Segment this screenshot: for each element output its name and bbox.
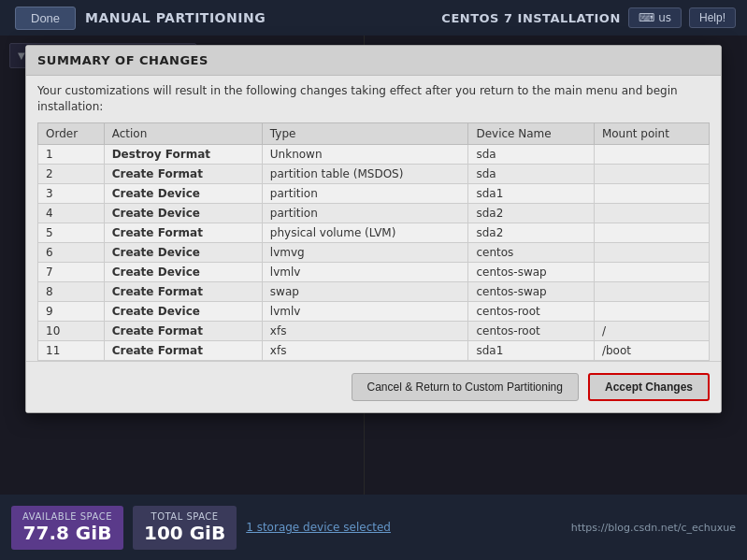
cell-action: Create Format [104, 281, 262, 301]
installation-title: CENTOS 7 INSTALLATION [441, 11, 620, 25]
col-type: Type [262, 122, 468, 144]
cell-mount [594, 262, 709, 281]
cell-mount: / [594, 321, 709, 340]
cell-mount [594, 281, 709, 301]
table-row: 7 Create Device lvmlv centos-swap [38, 262, 710, 281]
header-right: CENTOS 7 INSTALLATION ⌨ us Help! [441, 7, 736, 28]
table-row: 5 Create Format physical volume (LVM) sd… [38, 223, 710, 242]
table-row: 3 Create Device partition sda1 [38, 183, 710, 203]
cell-type: partition [262, 183, 468, 203]
available-space-badge: AVAILABLE SPACE 77.8 GiB [11, 506, 123, 550]
modal-footer: Cancel & Return to Custom Partitioning A… [26, 361, 721, 412]
bottom-bar: AVAILABLE SPACE 77.8 GiB TOTAL SPACE 100… [0, 495, 747, 560]
accept-changes-button[interactable]: Accept Changes [588, 373, 710, 401]
cancel-button[interactable]: Cancel & Return to Custom Partitioning [352, 373, 579, 401]
table-row: 9 Create Device lvmlv centos-root [38, 301, 710, 321]
main-area: ▼ New CentOS 7 Installation centos-swap … [0, 36, 747, 495]
cell-action: Create Device [104, 183, 262, 203]
cell-type: xfs [262, 321, 468, 340]
cell-action: Create Device [104, 301, 262, 321]
keyboard-icon: ⌨ [639, 11, 654, 24]
cell-device: sda1 [468, 183, 594, 203]
cell-mount [594, 144, 709, 164]
cell-type: Unknown [262, 144, 468, 164]
cell-mount [594, 301, 709, 321]
modal-description: Your customizations will result in the f… [26, 76, 721, 122]
cell-device: sda [468, 144, 594, 164]
modal-overlay: SUMMARY OF CHANGES Your customizations w… [0, 36, 747, 495]
available-label: AVAILABLE SPACE [22, 511, 112, 522]
modal-header: SUMMARY OF CHANGES [26, 46, 721, 76]
cell-type: lvmvg [262, 242, 468, 262]
keyboard-label: us [658, 11, 671, 24]
cell-order: 7 [38, 262, 105, 281]
cell-device: centos [468, 242, 594, 262]
total-space-badge: TOTAL SPACE 100 GiB [133, 506, 237, 550]
cell-type: xfs [262, 340, 468, 360]
cell-action: Create Format [104, 164, 262, 183]
cell-order: 11 [38, 340, 105, 360]
cell-device: sda2 [468, 223, 594, 242]
cell-order: 10 [38, 321, 105, 340]
cell-action: Create Device [104, 203, 262, 223]
cell-type: lvmlv [262, 301, 468, 321]
cell-device: sda2 [468, 203, 594, 223]
changes-table-container: Order Action Type Device Name Mount poin… [26, 122, 721, 361]
cell-mount: /boot [594, 340, 709, 360]
cell-device: centos-root [468, 321, 594, 340]
cell-device: centos-swap [468, 281, 594, 301]
cell-type: partition table (MSDOS) [262, 164, 468, 183]
cell-action: Create Format [104, 340, 262, 360]
cell-mount [594, 164, 709, 183]
summary-modal: SUMMARY OF CHANGES Your customizations w… [25, 45, 722, 413]
table-row: 4 Create Device partition sda2 [38, 203, 710, 223]
cell-device: centos-swap [468, 262, 594, 281]
cell-type: lvmlv [262, 262, 468, 281]
table-row: 2 Create Format partition table (MSDOS) … [38, 164, 710, 183]
cell-order: 6 [38, 242, 105, 262]
header-bar: Done MANUAL PARTITIONING CENTOS 7 INSTAL… [0, 0, 747, 36]
cell-action: Destroy Format [104, 144, 262, 164]
table-row: 11 Create Format xfs sda1 /boot [38, 340, 710, 360]
cell-mount [594, 203, 709, 223]
cell-action: Create Device [104, 262, 262, 281]
cell-order: 2 [38, 164, 105, 183]
total-label: TOTAL SPACE [144, 511, 225, 522]
col-order: Order [38, 122, 105, 144]
table-row: 6 Create Device lvmvg centos [38, 242, 710, 262]
col-mount: Mount point [594, 122, 709, 144]
cell-order: 9 [38, 301, 105, 321]
cell-order: 1 [38, 144, 105, 164]
changes-table: Order Action Type Device Name Mount poin… [37, 122, 710, 361]
app-title: MANUAL PARTITIONING [85, 10, 266, 25]
cell-order: 8 [38, 281, 105, 301]
cell-device: centos-root [468, 301, 594, 321]
cell-order: 4 [38, 203, 105, 223]
available-value: 77.8 GiB [22, 522, 112, 544]
table-row: 10 Create Format xfs centos-root / [38, 321, 710, 340]
col-action: Action [104, 122, 262, 144]
cell-type: swap [262, 281, 468, 301]
cell-type: physical volume (LVM) [262, 223, 468, 242]
storage-link[interactable]: 1 storage device selected [246, 521, 391, 534]
total-value: 100 GiB [144, 522, 225, 544]
keyboard-button[interactable]: ⌨ us [628, 7, 682, 28]
bottom-url: https://blog.csdn.net/c_echuxue [571, 522, 736, 534]
help-button[interactable]: Help! [689, 7, 736, 28]
done-button[interactable]: Done [15, 7, 76, 30]
cell-mount [594, 183, 709, 203]
cell-action: Create Format [104, 223, 262, 242]
cell-mount [594, 242, 709, 262]
col-device: Device Name [468, 122, 594, 144]
cell-order: 3 [38, 183, 105, 203]
cell-mount [594, 223, 709, 242]
table-row: 8 Create Format swap centos-swap [38, 281, 710, 301]
table-row: 1 Destroy Format Unknown sda [38, 144, 710, 164]
cell-device: sda [468, 164, 594, 183]
cell-device: sda1 [468, 340, 594, 360]
cell-action: Create Device [104, 242, 262, 262]
cell-action: Create Format [104, 321, 262, 340]
cell-type: partition [262, 203, 468, 223]
cell-order: 5 [38, 223, 105, 242]
